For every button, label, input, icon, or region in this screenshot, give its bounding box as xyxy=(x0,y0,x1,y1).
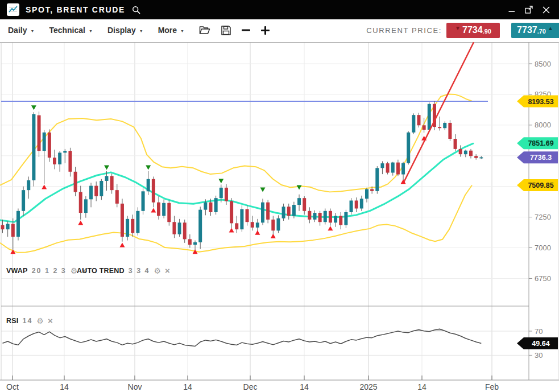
close-icon[interactable] xyxy=(543,6,550,14)
arrow-down-icon: ▼ xyxy=(455,25,461,31)
chevron-down-icon: ▼ xyxy=(89,28,93,33)
arrow-up-icon: ▲ xyxy=(548,25,553,31)
svg-text:6750: 6750 xyxy=(535,274,551,283)
ask-price-badge[interactable]: 7737 .70 ▲ xyxy=(511,23,559,38)
zoom-in-icon[interactable] xyxy=(261,26,270,35)
svg-text:14: 14 xyxy=(300,382,309,391)
auto-trend-remove-icon[interactable]: × xyxy=(165,266,170,275)
display-dropdown[interactable]: Display ▼ xyxy=(107,26,143,35)
technical-dropdown[interactable]: Technical ▼ xyxy=(49,26,92,35)
svg-text:2025: 2025 xyxy=(359,382,377,391)
svg-text:14: 14 xyxy=(183,382,192,391)
search-icon[interactable] xyxy=(132,6,140,14)
open-folder-icon[interactable] xyxy=(199,26,210,35)
window-title: SPOT, BRENT CRUDE xyxy=(26,5,125,14)
minimize-button[interactable] xyxy=(508,6,515,13)
rsi-legend: RSI 14 ⚙ × xyxy=(6,316,53,325)
svg-text:Oct: Oct xyxy=(6,382,19,391)
svg-text:14: 14 xyxy=(60,382,69,391)
current-price-label: CURRENT PRICE: xyxy=(366,26,442,35)
more-dropdown[interactable]: More ▼ xyxy=(158,26,184,35)
rsi-remove-icon[interactable]: × xyxy=(48,316,53,325)
titlebar: SPOT, BRENT CRUDE xyxy=(0,0,559,19)
vwap-legend: VWAP 20 1 2 3 ⚙ × xyxy=(6,266,86,275)
chevron-down-icon: ▼ xyxy=(139,28,143,33)
timeframe-dropdown[interactable]: Daily ▼ xyxy=(8,26,34,35)
svg-text:Dec: Dec xyxy=(243,382,258,391)
svg-text:Feb: Feb xyxy=(485,382,499,391)
trading-app-window: { "window": {"title": "SPOT, BRENT CRUDE… xyxy=(0,0,559,392)
app-logo-icon xyxy=(7,3,19,16)
save-icon[interactable] xyxy=(221,26,231,35)
svg-text:7000: 7000 xyxy=(535,244,551,252)
svg-text:49.64: 49.64 xyxy=(532,340,549,348)
svg-text:Nov: Nov xyxy=(128,382,142,391)
svg-text:7851.69: 7851.69 xyxy=(528,139,553,147)
toolbar: Daily ▼ Technical ▼ Display ▼ More ▼ CUR… xyxy=(0,19,559,41)
svg-text:70: 70 xyxy=(535,327,543,336)
svg-text:8500: 8500 xyxy=(535,60,551,68)
zoom-out-icon[interactable] xyxy=(242,29,250,31)
bid-price-badge[interactable]: ▼ 7734 .90 xyxy=(446,23,500,38)
svg-text:8000: 8000 xyxy=(535,121,551,129)
auto-trend-settings-gear-icon[interactable]: ⚙ xyxy=(154,267,162,275)
rsi-settings-gear-icon[interactable]: ⚙ xyxy=(36,317,44,325)
svg-text:7250: 7250 xyxy=(535,213,551,221)
svg-text:14: 14 xyxy=(417,382,427,391)
window-controls xyxy=(508,6,552,14)
svg-text:7509.85: 7509.85 xyxy=(528,181,553,189)
svg-text:30: 30 xyxy=(535,351,543,360)
svg-text:7736.3: 7736.3 xyxy=(530,154,552,162)
chevron-down-icon: ▼ xyxy=(30,28,34,33)
chart-canvas[interactable]: 8500825080007250700067507030Oct14Nov14De… xyxy=(0,0,559,392)
chevron-down-icon: ▼ xyxy=(180,28,184,33)
auto-trend-legend: AUTO TREND 3 3 4 ⚙ × xyxy=(77,266,170,275)
svg-text:8193.53: 8193.53 xyxy=(528,98,553,106)
popout-button[interactable] xyxy=(525,6,533,14)
